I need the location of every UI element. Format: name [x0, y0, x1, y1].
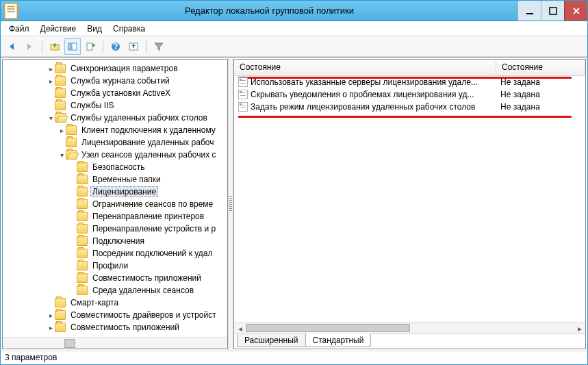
- folder-closed-icon: [77, 273, 88, 283]
- up-folder-button[interactable]: [47, 38, 63, 55]
- scroll-left-icon[interactable]: ◂: [234, 323, 246, 334]
- tree-node-label: Перенаправление устройств и р: [90, 223, 218, 234]
- expand-icon[interactable]: ▸: [47, 312, 55, 319]
- expand-icon[interactable]: ▸: [57, 127, 66, 134]
- tree-node-label: Узел сеансов удаленных рабочих с: [79, 149, 218, 160]
- folder-closed-icon: [77, 261, 88, 270]
- filter-button[interactable]: [151, 38, 167, 55]
- folder-closed-icon: [77, 175, 88, 184]
- folder-closed-icon: [77, 286, 88, 295]
- tree-node-label: Служба журнала событий: [68, 75, 172, 86]
- tree-node[interactable]: Перенаправление устройств и р: [3, 223, 227, 235]
- folder-closed-icon: [77, 249, 88, 258]
- forward-button[interactable]: [21, 38, 38, 55]
- close-button[interactable]: [564, 1, 587, 21]
- list-horizontal-scrollbar[interactable]: ◂ ▸: [234, 322, 585, 333]
- svg-rect-5: [550, 8, 557, 14]
- menu-action[interactable]: Действие: [35, 23, 82, 35]
- menu-help[interactable]: Справка: [107, 23, 151, 35]
- pane-splitter[interactable]: [228, 58, 233, 351]
- properties-button[interactable]: [125, 38, 142, 55]
- folder-closed-icon: [77, 162, 88, 172]
- tree-node[interactable]: Среда удаленных сеансов: [3, 284, 227, 297]
- setting-state: Не задана: [496, 102, 585, 112]
- folder-closed-icon: [77, 199, 88, 209]
- view-tabs: Расширенный Стандартный: [234, 333, 585, 349]
- tree-node-label: Совместимость приложений: [90, 273, 203, 284]
- tree-node[interactable]: Служба установки ActiveX: [3, 87, 227, 99]
- tree-node[interactable]: Подключения: [3, 235, 227, 247]
- tab-extended[interactable]: Расширенный: [237, 334, 306, 347]
- collapse-icon[interactable]: ▾: [47, 114, 55, 122]
- tree-node-label: Лицензирование удаленных рабоч: [79, 137, 216, 148]
- show-hide-tree-button[interactable]: [64, 38, 81, 55]
- settings-list[interactable]: Использовать указанные серверы лицензиро…: [234, 76, 585, 322]
- tree-node-label: Среда удаленных сеансов: [90, 285, 196, 296]
- menu-view[interactable]: Вид: [81, 23, 107, 35]
- tree-node[interactable]: ▸Служба журнала событий: [3, 75, 227, 87]
- column-header-name[interactable]: Состояние: [234, 60, 496, 75]
- highlight-line-icon: [238, 116, 572, 118]
- tree-node[interactable]: ▸Синхронизация параметров: [3, 62, 227, 75]
- tree-node[interactable]: Лицензирование: [3, 186, 227, 198]
- scroll-right-icon[interactable]: ▸: [574, 323, 585, 334]
- tree-node[interactable]: ▸Совместимость приложений: [3, 321, 227, 333]
- tree-node-label: Синхронизация параметров: [68, 63, 180, 74]
- folder-closed-icon: [55, 64, 66, 73]
- column-header-state[interactable]: Состояние: [496, 60, 585, 75]
- tree-node[interactable]: ▸Совместимость драйверов и устройст: [3, 309, 227, 321]
- tree-node[interactable]: Смарт-карта: [3, 297, 227, 309]
- svg-rect-2: [7, 8, 14, 10]
- help-button[interactable]: ?: [107, 38, 124, 55]
- tree-node[interactable]: Лицензирование удаленных рабоч: [3, 136, 227, 149]
- tree-horizontal-scrollbar[interactable]: [3, 337, 227, 349]
- policy-setting-icon: [238, 90, 248, 99]
- tree-node[interactable]: ▾Службы удаленных рабочих столов: [3, 112, 227, 124]
- tree-node-label: Лицензирование: [90, 186, 158, 197]
- collapse-icon[interactable]: ▾: [57, 151, 66, 159]
- list-row[interactable]: Скрывать уведомления о проблемах лицензи…: [234, 88, 585, 101]
- tree-node[interactable]: Совместимость приложений: [3, 272, 227, 284]
- svg-rect-7: [68, 43, 71, 50]
- tree-node[interactable]: Временные папки: [3, 173, 227, 186]
- svg-rect-4: [526, 13, 533, 14]
- policy-setting-icon: [238, 102, 248, 112]
- tree-node-label: Временные папки: [90, 174, 163, 185]
- app-icon: [1, 1, 21, 21]
- folder-open-icon: [66, 150, 77, 160]
- export-list-button[interactable]: [82, 38, 99, 55]
- list-header: Состояние Состояние: [234, 60, 585, 76]
- tree-node[interactable]: Ограничение сеансов по време: [3, 198, 227, 210]
- tab-standard[interactable]: Стандартный: [305, 333, 372, 347]
- setting-name: Задать режим лицензирования удаленных ра…: [251, 102, 475, 112]
- tree-node[interactable]: Безопасность: [3, 161, 227, 173]
- status-text: 3 параметров: [5, 353, 57, 362]
- folder-closed-icon: [55, 101, 66, 110]
- policy-tree[interactable]: ▸Синхронизация параметров▸Служба журнала…: [3, 60, 227, 337]
- tree-node[interactable]: Перенаправление принтеров: [3, 210, 227, 223]
- minimize-button[interactable]: [517, 1, 541, 21]
- tree-pane: ▸Синхронизация параметров▸Служба журнала…: [2, 59, 228, 349]
- tree-node[interactable]: Посредник подключений к удал: [3, 247, 227, 260]
- back-button[interactable]: [3, 38, 20, 55]
- titlebar: Редактор локальной групповой политики: [1, 1, 587, 21]
- status-bar: 3 параметров: [1, 351, 587, 364]
- tree-node-label: Профили: [90, 260, 130, 271]
- tree-node[interactable]: Профили: [3, 260, 227, 272]
- tree-node[interactable]: ▸Клиент подключения к удаленному: [3, 124, 227, 136]
- tree-node-label: Посредник подключений к удал: [90, 248, 215, 259]
- maximize-button[interactable]: [541, 1, 564, 21]
- svg-text:?: ?: [113, 42, 118, 51]
- tree-node[interactable]: ▾Узел сеансов удаленных рабочих с: [3, 149, 227, 161]
- expand-icon[interactable]: ▸: [47, 77, 55, 85]
- expand-icon[interactable]: ▸: [47, 65, 55, 73]
- menu-file[interactable]: Файл: [3, 23, 35, 35]
- list-row[interactable]: Задать режим лицензирования удаленных ра…: [234, 101, 585, 113]
- folder-closed-icon: [77, 187, 88, 197]
- tree-node-label: Перенаправление принтеров: [90, 211, 206, 222]
- tree-node[interactable]: Службы IIS: [3, 99, 227, 112]
- svg-rect-8: [72, 43, 77, 50]
- svg-rect-1: [7, 5, 14, 7]
- tree-node-label: Смарт-карта: [68, 297, 120, 308]
- expand-icon[interactable]: ▸: [47, 324, 55, 331]
